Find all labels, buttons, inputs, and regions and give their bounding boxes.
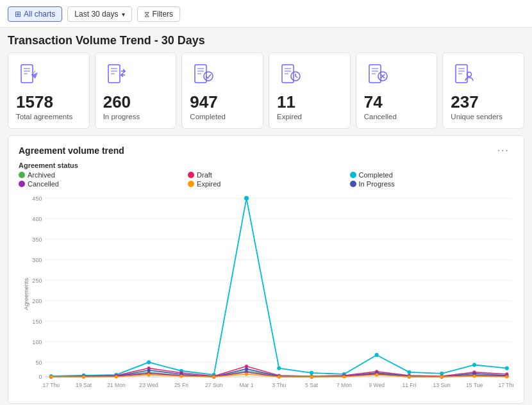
expired-label: Expired <box>277 113 302 120</box>
legend-item-completed: Completed <box>350 171 513 179</box>
svg-point-156 <box>408 375 411 378</box>
chart-legend: Archived Draft Completed Cancelled Expir… <box>19 171 513 188</box>
filter-icon: ⧖ <box>144 10 149 19</box>
all-charts-label: All charts <box>24 10 55 19</box>
svg-text:23 Wed: 23 Wed <box>139 381 158 388</box>
person-doc-icon <box>451 62 476 88</box>
svg-text:9 Wed: 9 Wed <box>369 381 385 388</box>
in-progress-number: 260 <box>103 93 131 112</box>
y-axis-title: Agreements <box>23 277 29 310</box>
svg-text:250: 250 <box>32 277 42 284</box>
svg-text:17 Thu: 17 Thu <box>499 381 513 388</box>
svg-point-152 <box>278 375 281 378</box>
date-range-button[interactable]: Last 30 days ▾ <box>67 6 132 22</box>
toolbar: ⊞ All charts Last 30 days ▾ ⧖ Filters <box>0 0 532 28</box>
svg-text:11 Fri: 11 Fri <box>402 381 416 388</box>
stat-card-in-progress: 260 In progress <box>95 53 177 129</box>
date-range-label: Last 30 days <box>74 10 118 19</box>
stat-card-expired: 11 Expired <box>269 53 351 129</box>
svg-point-146 <box>82 375 85 378</box>
unique-senders-label: Unique senders <box>451 113 503 120</box>
svg-text:300: 300 <box>32 257 42 263</box>
cancelled-label: Cancelled <box>364 113 397 120</box>
svg-text:17 Thu: 17 Thu <box>42 381 60 388</box>
expired-legend-label: Expired <box>197 180 220 188</box>
svg-point-157 <box>440 375 444 378</box>
svg-text:0: 0 <box>38 374 42 380</box>
grid-lines <box>45 198 510 377</box>
filters-button[interactable]: ⧖ Filters <box>137 6 180 22</box>
svg-point-83 <box>472 363 476 367</box>
stat-card-completed: 947 Completed <box>181 53 263 129</box>
svg-text:7 Mon: 7 Mon <box>337 381 352 388</box>
unique-senders-number: 237 <box>451 93 478 112</box>
svg-point-77 <box>277 366 281 370</box>
svg-point-159 <box>505 375 508 378</box>
svg-text:200: 200 <box>32 298 42 304</box>
svg-point-149 <box>179 374 183 377</box>
total-agreements-label: Total agreements <box>16 113 72 120</box>
draft-dot <box>188 172 194 178</box>
legend-title: Agreement status <box>19 161 513 169</box>
svg-point-14 <box>204 72 213 81</box>
completed-line <box>51 198 507 376</box>
svg-text:15 Tue: 15 Tue <box>466 381 483 388</box>
stat-card-total-agreements: 1578 Total agreements <box>8 53 90 129</box>
cancelled-dot <box>19 181 25 187</box>
svg-point-121 <box>245 367 248 370</box>
chart-panel: Agreement volume trend ··· Agreement sta… <box>8 135 524 404</box>
total-agreements-number: 1578 <box>16 93 53 112</box>
check-doc-icon <box>190 62 215 88</box>
svg-point-153 <box>310 375 313 378</box>
svg-point-76 <box>244 195 249 200</box>
svg-text:Mar 1: Mar 1 <box>240 381 254 388</box>
svg-text:5 Sat: 5 Sat <box>305 381 319 388</box>
all-charts-button[interactable]: ⊞ All charts <box>8 6 62 22</box>
chevron-down-icon: ▾ <box>122 11 125 18</box>
svg-line-21 <box>295 76 297 78</box>
legend-item-draft: Draft <box>188 171 339 179</box>
svg-text:400: 400 <box>32 216 42 222</box>
expired-dot <box>188 181 194 187</box>
x-doc-icon <box>364 62 390 88</box>
chart-header: Agreement volume trend ··· <box>19 144 513 158</box>
svg-text:19 Sat: 19 Sat <box>76 381 92 388</box>
legend-item-archived: Archived <box>19 171 178 179</box>
legend-item-inprogress: In Progress <box>350 180 513 188</box>
filters-label: Filters <box>152 10 173 19</box>
svg-point-80 <box>375 352 379 356</box>
svg-point-147 <box>115 375 118 378</box>
stat-card-cancelled: 74 Cancelled <box>356 53 438 129</box>
svg-text:25 Fri: 25 Fri <box>174 381 188 388</box>
chart-menu-button[interactable]: ··· <box>494 144 513 158</box>
completed-legend-label: Completed <box>359 171 393 179</box>
y-axis-labels: 0 50 100 150 200 250 300 350 400 450 <box>32 195 42 380</box>
arrows-doc-icon <box>103 62 129 88</box>
send-doc-icon <box>16 62 42 88</box>
archived-dot <box>19 172 25 178</box>
page-title: Transaction Volume Trend - 30 Days <box>0 28 532 53</box>
svg-text:27 Sun: 27 Sun <box>205 381 222 388</box>
svg-point-148 <box>147 373 151 376</box>
grid-icon: ⊞ <box>15 10 21 19</box>
svg-point-118 <box>147 368 151 372</box>
completed-number: 947 <box>190 93 217 112</box>
legend-item-expired: Expired <box>188 180 339 188</box>
svg-point-150 <box>212 375 215 378</box>
chart-area: 0 50 100 150 200 250 300 350 400 450 Agr… <box>19 192 513 397</box>
in-progress-label: In progress <box>103 113 140 120</box>
cancelled-legend-label: Cancelled <box>28 180 59 188</box>
stats-row: 1578 Total agreements 260 In progress <box>0 53 532 135</box>
inprogress-dot <box>350 181 356 187</box>
svg-point-145 <box>49 375 53 378</box>
completed-label: Completed <box>190 113 226 120</box>
svg-point-78 <box>310 370 313 374</box>
legend-item-cancelled: Cancelled <box>19 180 178 188</box>
svg-text:100: 100 <box>32 339 42 345</box>
svg-point-154 <box>342 375 345 378</box>
svg-point-155 <box>375 373 378 376</box>
svg-text:13 Sun: 13 Sun <box>433 381 451 388</box>
cancelled-number: 74 <box>364 93 383 112</box>
svg-point-81 <box>407 370 411 374</box>
svg-text:21 Mon: 21 Mon <box>107 381 126 388</box>
